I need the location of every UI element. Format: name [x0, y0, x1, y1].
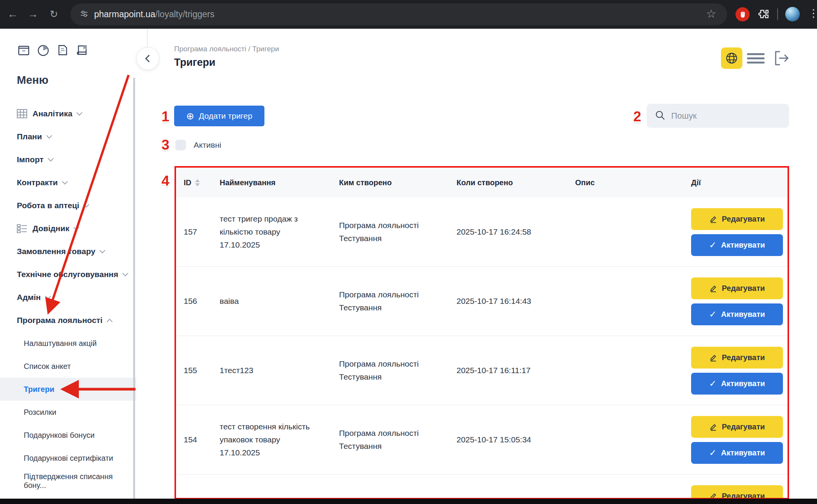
cell-created-at: 2025-10-17 16:11:17 — [457, 336, 567, 405]
sidebar-subitem-questionnaires[interactable]: Список анкет — [0, 355, 136, 378]
sidebar-item-maintenance[interactable]: Технічне обслуговування — [0, 263, 136, 286]
sidebar-top-icons — [17, 43, 89, 59]
edit-button[interactable]: Редагувати — [691, 416, 783, 438]
add-trigger-label: Додати тригер — [199, 111, 253, 121]
list-icon — [17, 224, 27, 233]
logout-icon[interactable] — [773, 50, 791, 68]
chevron-down-icon — [46, 133, 52, 139]
cell-created-by: Програма лояльності Тестування — [339, 405, 435, 474]
sidebar-subitem-label: Подарункові бонуси — [24, 431, 95, 440]
sidebar-subitem-triggers[interactable]: Тригери — [0, 378, 136, 401]
sidebar-item-label: Імпорт — [17, 155, 44, 164]
edit-button[interactable]: Редагувати — [691, 347, 783, 369]
cell-actions: Редагувати — [691, 475, 783, 499]
chevron-down-icon — [83, 202, 90, 208]
table-row: Редагувати — [176, 474, 788, 499]
extensions-icon[interactable] — [757, 8, 771, 23]
screenshot-bottom-edge — [0, 499, 817, 504]
sidebar-item-label: Технічне обслуговування — [17, 270, 118, 279]
sidebar-item-plans[interactable]: Плани — [0, 125, 136, 148]
page-title: Тригери — [174, 57, 215, 69]
sidebar-item-analytics[interactable]: Аналітика — [0, 102, 136, 125]
pencil-icon — [709, 284, 717, 292]
cell-description — [575, 405, 675, 474]
cell-description — [575, 336, 675, 405]
forward-icon[interactable]: → — [26, 7, 40, 21]
cell-name: ваіва — [220, 267, 319, 336]
plus-circle-icon: ⊕ — [186, 111, 194, 121]
url-bar[interactable]: pharmapoint.ua/loyalty/triggers — [70, 3, 727, 25]
sidebar-subitem-promo-settings[interactable]: Налаштування акцій — [0, 332, 136, 355]
sidebar-subitem-label: Подарункові сертифікати — [24, 454, 113, 463]
sidebar-item-pharmacy-work[interactable]: Робота в аптеці — [0, 194, 136, 217]
sort-icon[interactable] — [195, 179, 200, 186]
edit-button[interactable]: Редагувати — [691, 277, 783, 299]
column-header-created-at: Коли створено — [457, 168, 567, 197]
sidebar-item-admin[interactable]: Адмін — [0, 286, 136, 309]
column-header-id[interactable]: ID — [184, 168, 216, 197]
active-filter-checkbox[interactable] — [175, 140, 186, 150]
column-header-name: Найменування — [220, 168, 319, 197]
sidebar-item-contracts[interactable]: Контракти — [0, 171, 136, 194]
chevron-down-icon — [47, 156, 54, 162]
toolbar-separator — [777, 8, 778, 20]
browser-chrome: ← → ↻ pharmapoint.ua/loyalty/triggers ☆ … — [0, 0, 817, 29]
profile-avatar[interactable] — [785, 7, 800, 21]
sidebar-item-label: Аналітика — [33, 109, 72, 118]
sidebar-item-label: Замовлення товару — [17, 247, 95, 256]
activate-button[interactable]: ✓ Активувати — [691, 234, 783, 256]
menu-toggle-icon[interactable] — [747, 53, 765, 64]
pencil-icon — [709, 354, 717, 362]
sidebar-item-label: Адмін — [17, 293, 41, 302]
sidebar-item-goods-order[interactable]: Замовлення товару — [0, 240, 136, 263]
search-box — [647, 104, 789, 128]
search-input[interactable] — [670, 111, 779, 121]
edit-button[interactable]: Редагувати — [691, 485, 783, 499]
app-screen: ← → ↻ pharmapoint.ua/loyalty/triggers ☆ … — [0, 0, 817, 504]
pie-chart-icon[interactable] — [36, 43, 50, 59]
chevron-down-icon — [62, 179, 68, 185]
sidebar-subitem-label: Підтвердження списання бону... — [24, 472, 136, 490]
cell-id: 155 — [184, 336, 216, 405]
annotation-number-4: 4 — [161, 173, 170, 189]
cell-id: 154 — [184, 405, 216, 474]
grid-icon — [17, 109, 27, 118]
sidebar-collapse-button[interactable] — [136, 47, 159, 70]
browser-menu-icon[interactable]: ⋮ — [808, 7, 817, 20]
document-icon[interactable] — [56, 43, 70, 59]
cell-created-by: Програма лояльності Тестування — [339, 336, 435, 405]
site-settings-icon[interactable] — [80, 9, 89, 20]
sidebar-subitem-label: Налаштування акцій — [24, 339, 97, 348]
sidebar-scrollbar[interactable] — [133, 78, 135, 504]
sidebar-subitem-bonus-writeoff-confirm[interactable]: Підтвердження списання бону... — [0, 470, 136, 493]
sidebar-subitem-mailings[interactable]: Розсилки — [0, 401, 136, 424]
archive-box-icon[interactable] — [17, 43, 31, 59]
back-icon[interactable]: ← — [5, 7, 20, 21]
cell-id: 157 — [184, 197, 216, 266]
activate-button[interactable]: ✓ Активувати — [691, 373, 783, 395]
sidebar-item-label: Плани — [17, 132, 42, 141]
cell-actions: Редагувати ✓ Активувати — [691, 336, 783, 405]
active-filter-label: Активні — [194, 140, 221, 150]
activate-button[interactable]: ✓ Активувати — [691, 442, 783, 464]
table-row: 157 тест тригер продаж з кількістю товар… — [176, 197, 788, 266]
activate-button[interactable]: ✓ Активувати — [691, 303, 783, 325]
annotation-number-2: 2 — [633, 109, 641, 125]
sidebar-item-loyalty-program[interactable]: Програма лояльності — [0, 309, 136, 332]
sidebar-subitem-gift-certificates[interactable]: Подарункові сертифікати — [0, 447, 136, 470]
sidebar-item-import[interactable]: Імпорт — [0, 148, 136, 171]
edit-button[interactable]: Редагувати — [691, 208, 783, 230]
sidebar-subitem-gift-bonuses[interactable]: Подарункові бонуси — [0, 424, 136, 447]
chevron-left-icon — [145, 55, 153, 62]
add-trigger-button[interactable]: ⊕ Додати тригер — [174, 106, 264, 126]
adblock-extension-icon[interactable] — [735, 7, 750, 21]
triggers-table: ID Найменування Ким створено Коли створе… — [174, 166, 789, 499]
cell-actions: Редагувати ✓ Активувати — [691, 197, 783, 266]
chevron-up-icon — [107, 318, 113, 325]
language-globe-button[interactable] — [721, 47, 742, 69]
book-icon[interactable] — [75, 43, 89, 59]
reload-icon[interactable]: ↻ — [47, 7, 61, 21]
sidebar-item-directory[interactable]: Довідник — [0, 217, 136, 240]
bookmark-star-icon[interactable]: ☆ — [706, 7, 716, 20]
sidebar-item-label: Довідник — [33, 224, 69, 233]
